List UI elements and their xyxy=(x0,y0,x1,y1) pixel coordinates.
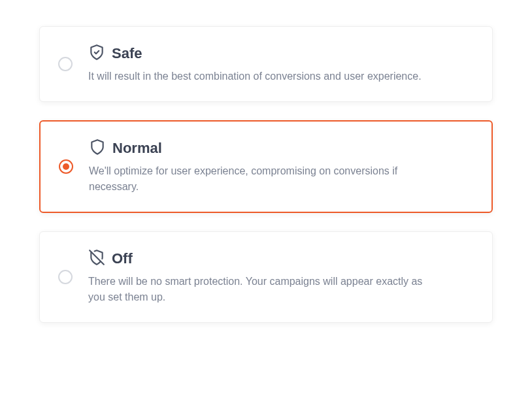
option-safe-content: Safe It will result in the best combinat… xyxy=(88,44,473,84)
option-safe[interactable]: Safe It will result in the best combinat… xyxy=(39,26,493,102)
option-off-content: Off There will be no smart protection. Y… xyxy=(88,249,473,305)
option-safe-title: Safe xyxy=(112,45,142,62)
radio-safe[interactable] xyxy=(58,57,88,71)
shield-icon xyxy=(89,139,112,158)
option-normal-content: Normal We'll optimize for user experienc… xyxy=(89,139,472,195)
option-normal-title: Normal xyxy=(112,140,162,157)
option-off-title: Off xyxy=(112,250,133,267)
radio-normal[interactable] xyxy=(59,159,89,174)
option-off-description: There will be no smart protection. Your … xyxy=(88,274,428,305)
option-normal[interactable]: Normal We'll optimize for user experienc… xyxy=(39,120,493,213)
radio-off[interactable] xyxy=(58,270,88,284)
shield-off-icon xyxy=(88,249,112,269)
option-normal-description: We'll optimize for user experience, comp… xyxy=(89,163,429,195)
option-off[interactable]: Off There will be no smart protection. Y… xyxy=(39,231,493,323)
option-safe-description: It will result in the best combination o… xyxy=(88,69,428,84)
shield-check-icon xyxy=(88,44,112,63)
